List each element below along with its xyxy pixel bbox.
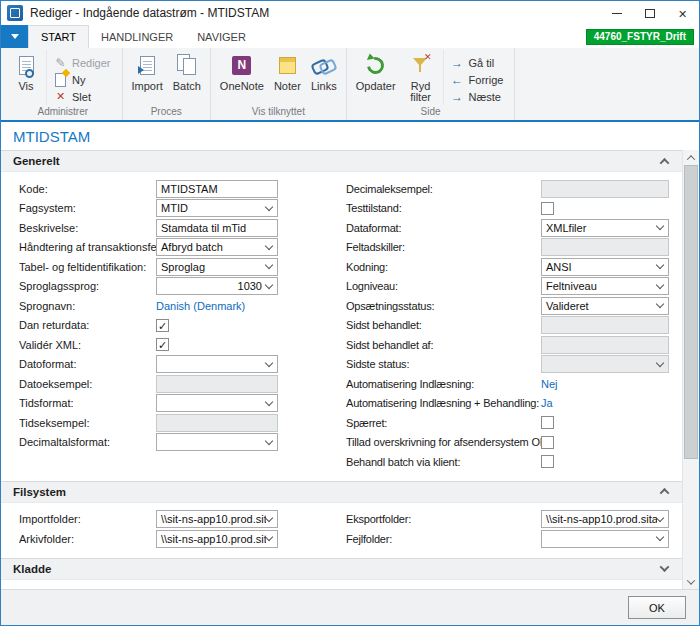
dropdown-arrow-icon[interactable] — [656, 514, 664, 522]
field-row-spaerret: Spærret: — [346, 413, 682, 433]
slet-button[interactable]: Slet — [51, 88, 116, 105]
dropdown-arrow-icon[interactable] — [265, 203, 273, 211]
collapse-chevron-icon[interactable] — [660, 488, 670, 498]
field-value: \\sit-ns-app10.prod.sita... — [157, 533, 266, 545]
haandtering-af-transaktionsfejl-combobox[interactable]: Afbryd batch — [156, 238, 278, 256]
forrige-button[interactable]: Forrige — [448, 71, 509, 88]
decimaleksempel-textbox — [541, 180, 669, 198]
testtilstand-checkbox[interactable] — [541, 202, 554, 215]
kodning-combobox[interactable]: ANSI — [541, 258, 669, 276]
noter-button[interactable]: Noter — [269, 50, 306, 105]
page-content: Generelt Kode:MTIDSTAMFagsystem:MTIDBesk… — [1, 150, 699, 589]
generelt-left-column: Kode:MTIDSTAMFagsystem:MTIDBeskrivelse:S… — [1, 179, 328, 472]
collapse-chevron-icon[interactable] — [660, 157, 670, 167]
eksportfolder-combobox[interactable]: \\sit-ns-app10.prod.sita... — [541, 510, 669, 528]
automatisering-indlaesning-value-link[interactable]: Nej — [541, 378, 558, 390]
field-row-kode: Kode:MTIDSTAM — [19, 179, 328, 199]
onenote-button-label: OneNote — [220, 81, 264, 92]
sidst-behandlet-textbox — [541, 316, 669, 334]
logniveau-combobox[interactable]: Feltniveau — [541, 277, 669, 295]
field-row-tillad-overskrivning-oes-oesc: Tillad overskrivning for afsendersystem … — [346, 433, 682, 453]
fasttab-header-filsystem[interactable]: Filsystem — [1, 481, 682, 503]
fasttab-header-kladde[interactable]: Kladde — [1, 558, 682, 580]
arkivfolder-combobox[interactable]: \\sit-ns-app10.prod.sita... — [156, 530, 278, 548]
vis-button[interactable]: Vis — [8, 50, 44, 105]
kode-textbox[interactable]: MTIDSTAM — [156, 180, 278, 198]
tab-start[interactable]: START — [28, 25, 89, 48]
field-row-feltadskiller: Feltadskiller: — [346, 238, 682, 258]
tab-naviger[interactable]: NAVIGER — [185, 25, 258, 48]
scroll-down-button[interactable] — [683, 574, 699, 589]
expand-chevron-icon[interactable] — [660, 562, 670, 572]
ryd-filter-button[interactable]: Ryd filter — [401, 50, 441, 105]
dropdown-arrow-icon[interactable] — [265, 437, 273, 445]
dataformat-combobox[interactable]: XMLfiler — [541, 219, 669, 237]
valider-xml-checkbox[interactable]: ✓ — [156, 338, 169, 351]
field-label-behandl-batch-via-klient: Behandl batch via klient: — [346, 456, 541, 468]
dropdown-arrow-icon[interactable] — [656, 261, 664, 269]
tidsformat-combobox[interactable] — [156, 394, 278, 412]
dropdown-arrow-icon[interactable] — [265, 359, 273, 367]
dropdown-arrow-icon[interactable] — [265, 242, 273, 250]
vertical-scrollbar[interactable] — [682, 150, 699, 589]
field-row-behandl-batch-via-klient: Behandl batch via klient: — [346, 452, 682, 472]
opsaetningsstatus-combobox[interactable]: Valideret — [541, 297, 669, 315]
dropdown-arrow-icon[interactable] — [265, 398, 273, 406]
fagsystem-combobox[interactable]: MTID — [156, 199, 278, 217]
feltadskiller-textbox — [541, 238, 669, 256]
field-row-datoeksempel: Datoeksempel: — [19, 374, 328, 394]
filsystem-right-column: Eksportfolder:\\sit-ns-app10.prod.sita..… — [328, 510, 682, 549]
dropdown-arrow-icon[interactable] — [656, 533, 664, 541]
dropdown-arrow-icon[interactable] — [265, 261, 273, 269]
field-label-feltadskiller: Feltadskiller: — [346, 241, 541, 253]
delete-icon — [53, 90, 68, 103]
sprognavn-value-link[interactable]: Danish (Denmark) — [156, 300, 245, 312]
tab-handlinger[interactable]: HANDLINGER — [89, 25, 185, 48]
titlebar: Rediger - Indgående datastrøm - MTIDSTAM — [1, 1, 699, 25]
ny-button[interactable]: Ny — [51, 71, 116, 88]
sproglagssprog-combobox[interactable]: 1030 — [156, 277, 278, 295]
import-button[interactable]: Import — [127, 50, 168, 105]
decimaltalsformat-combobox[interactable] — [156, 433, 278, 451]
dropdown-arrow-icon[interactable] — [656, 281, 664, 289]
links-button[interactable]: Links — [306, 50, 342, 105]
importfolder-combobox[interactable]: \\sit-ns-app10.prod.sita... — [156, 510, 278, 528]
batch-button[interactable]: Batch — [168, 50, 206, 105]
field-row-kodning: Kodning:ANSI — [346, 257, 682, 277]
app-menu-button[interactable] — [1, 25, 28, 48]
field-label-tillad-overskrivning-oes-oesc: Tillad overskrivning for afsendersystem … — [346, 436, 541, 448]
fejlfolder-combobox[interactable] — [541, 530, 669, 548]
beskrivelse-textbox[interactable]: Stamdata til mTid — [156, 219, 278, 237]
note-icon — [279, 52, 296, 78]
scrollbar-thumb[interactable] — [684, 165, 698, 459]
rediger-button[interactable]: Rediger — [51, 54, 116, 71]
maximize-button[interactable] — [633, 1, 666, 25]
dan-returdata-checkbox[interactable]: ✓ — [156, 319, 169, 332]
tabel-og-feltidentifikation-combobox[interactable]: Sproglag — [156, 258, 278, 276]
dropdown-arrow-icon[interactable] — [265, 533, 273, 541]
dropdown-arrow-icon[interactable] — [656, 222, 664, 230]
minimize-button[interactable] — [600, 1, 633, 25]
field-value: \\sit-ns-app10.prod.sita... — [157, 513, 266, 525]
datoformat-combobox[interactable] — [156, 355, 278, 373]
onenote-button[interactable]: OneNote — [215, 50, 269, 105]
scrollbar-track[interactable] — [683, 165, 699, 574]
dropdown-arrow-icon[interactable] — [265, 514, 273, 522]
field-value: Valideret — [542, 300, 657, 312]
tidseksempel-textbox — [156, 414, 278, 432]
dropdown-arrow-icon[interactable] — [656, 300, 664, 308]
field-row-sprognavn: Sprognavn:Danish (Denmark) — [19, 296, 328, 316]
fasttab-header-generelt[interactable]: Generelt — [1, 150, 682, 172]
spaerret-checkbox[interactable] — [541, 416, 554, 429]
tillad-overskrivning-oes-oesc-checkbox[interactable] — [541, 436, 554, 449]
close-button[interactable] — [666, 1, 699, 25]
dropdown-arrow-icon[interactable] — [265, 281, 273, 289]
ok-button[interactable]: OK — [628, 596, 686, 619]
gaa-til-button[interactable]: Gå til — [448, 54, 509, 71]
automatisering-indlaesning-behandling-value-link[interactable]: Ja — [541, 397, 553, 409]
behandl-batch-via-klient-checkbox[interactable] — [541, 455, 554, 468]
scroll-up-button[interactable] — [683, 150, 699, 165]
opdater-button[interactable]: Opdater — [351, 50, 401, 105]
field-label-automatisering-indlaesning: Automatisering Indlæsning: — [346, 378, 541, 390]
naeste-button[interactable]: Næste — [448, 88, 509, 105]
